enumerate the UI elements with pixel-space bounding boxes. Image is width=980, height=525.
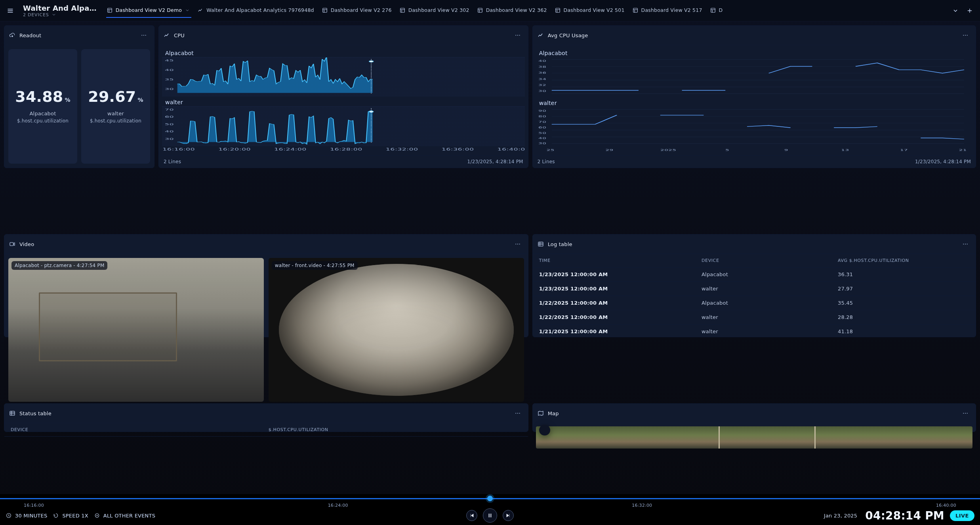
y-tick: 40 xyxy=(165,69,174,72)
timeline[interactable]: 16:16:0016:24:0016:32:0016:40:00 xyxy=(0,494,980,506)
y-tick: 45 xyxy=(165,59,174,62)
ellipsis-icon xyxy=(962,241,969,248)
y-tick: 70 xyxy=(538,120,546,123)
panel-menu-button[interactable] xyxy=(512,30,523,41)
cell-device: walter xyxy=(702,328,833,334)
device-count[interactable]: 2 DEVICES xyxy=(23,12,49,17)
chart-line-icon xyxy=(198,8,203,13)
cpu-chart-walter[interactable]: 70 60 50 40 30 xyxy=(162,106,525,146)
tab-v2-517[interactable]: Dashboard View V2 517 xyxy=(632,3,704,18)
cell-avg: 35.45 xyxy=(838,300,969,306)
panel-menu-button[interactable] xyxy=(960,30,971,41)
tab-dashboard-demo[interactable]: Dashboard View V2 Demo xyxy=(106,3,191,18)
cell-time: 1/21/2025 12:00:00 AM xyxy=(539,328,697,334)
map-view[interactable] xyxy=(536,426,972,449)
svg-rect-46 xyxy=(489,514,490,517)
timeline-thumb[interactable] xyxy=(487,496,493,501)
tab-v2-302[interactable]: Dashboard View V2 302 xyxy=(399,3,471,18)
col-device[interactable]: DEVICE xyxy=(702,258,833,263)
readout-panel: Readout 34.88% Alpacabot $.host.cpu.util… xyxy=(4,25,154,168)
panel-title: Readout xyxy=(19,32,41,38)
target-icon xyxy=(94,512,100,519)
panel-menu-button[interactable] xyxy=(960,408,971,419)
tab-v2-501[interactable]: Dashboard View V2 501 xyxy=(554,3,626,18)
prev-button[interactable] xyxy=(466,510,477,521)
live-button[interactable]: LIVE xyxy=(950,510,974,521)
panel-title: Map xyxy=(548,410,559,416)
menu-button[interactable] xyxy=(5,5,16,16)
panel-menu-button[interactable] xyxy=(512,239,523,250)
y-tick: 60 xyxy=(538,126,546,129)
tab-label: Dashboard View V2 517 xyxy=(641,7,702,13)
x-tick: 16:16:00 xyxy=(162,147,195,151)
table-row[interactable]: 1/22/2025 12:00:00 AM Alpacabot 35.45 xyxy=(533,296,976,310)
readout-device: Alpacabot xyxy=(30,111,56,116)
svg-point-30 xyxy=(517,244,518,244)
tab-v2-362[interactable]: Dashboard View V2 362 xyxy=(477,3,549,18)
x-tick: 9 xyxy=(784,149,788,152)
cpu-series-name: Alpacabot xyxy=(162,48,525,57)
readout-unit: % xyxy=(137,97,143,103)
tab-label: Dashboard View V2 501 xyxy=(564,7,625,13)
avg-chart-alpacabot[interactable]: 40 38 36 34 32 30 xyxy=(536,58,972,97)
col-avg[interactable]: AVG $.HOST.CPU.UTILIZATION xyxy=(838,258,969,263)
readout-value: 29.67 xyxy=(88,88,136,105)
x-axis: 2529202559131721 xyxy=(536,147,972,153)
cell-avg: 36.31 xyxy=(838,271,969,277)
panel-title: CPU xyxy=(174,32,185,38)
ellipsis-icon xyxy=(515,241,521,248)
svg-rect-4 xyxy=(555,8,560,12)
table-row[interactable]: 1/23/2025 12:00:00 AM walter 27.97 xyxy=(533,282,976,296)
next-button[interactable] xyxy=(503,510,514,521)
x-tick: 16:36:00 xyxy=(442,147,474,151)
avg-cpu-panel: Avg CPU Usage Alpacabot 40 38 36 34 32 3… xyxy=(532,25,976,168)
tab-label: Walter And Alpacabot Analytics 7976948d xyxy=(206,7,314,13)
x-tick: 29 xyxy=(605,149,613,152)
video-feed-right[interactable]: walter - front.video - 4:27:55 PM xyxy=(269,258,524,402)
table-row[interactable]: 1/22/2025 12:00:00 AM walter 28.28 xyxy=(533,310,976,325)
y-tick: 36 xyxy=(538,71,546,74)
x-tick: 5 xyxy=(725,149,729,152)
chart-line-icon xyxy=(164,32,170,38)
x-tick: 2025 xyxy=(660,149,676,152)
avg-series-name: Alpacabot xyxy=(536,48,972,57)
range-button[interactable]: 30 MINUTES xyxy=(6,512,47,519)
cell-device: Alpacabot xyxy=(702,300,833,306)
video-feed-left[interactable]: Alpacabot - ptz.camera - 4:27:54 PM xyxy=(8,258,264,402)
col-device[interactable]: DEVICE xyxy=(11,427,264,432)
plus-icon xyxy=(967,8,973,14)
x-tick: 16:20:00 xyxy=(218,147,251,151)
svg-rect-5 xyxy=(633,8,637,12)
events-filter-button[interactable]: ALL OTHER EVENTS xyxy=(94,512,155,519)
tab-v2-more[interactable]: D xyxy=(709,3,725,18)
svg-point-11 xyxy=(517,35,518,36)
panel-menu-button[interactable] xyxy=(138,30,149,41)
layout-icon xyxy=(107,8,112,13)
cpu-chart-alpacabot[interactable]: 45 40 35 30 xyxy=(162,57,525,97)
tabs-overflow-button[interactable] xyxy=(950,5,961,16)
y-tick: 34 xyxy=(538,77,546,80)
tab-v2-276[interactable]: Dashboard View V2 276 xyxy=(321,3,393,18)
panel-menu-button[interactable] xyxy=(960,239,971,250)
table-row[interactable]: 1/21/2025 12:00:00 AM walter 41.18 xyxy=(533,325,976,337)
add-view-button[interactable] xyxy=(964,5,975,16)
y-tick: 80 xyxy=(538,115,546,118)
table-icon xyxy=(9,410,15,416)
play-pause-button[interactable] xyxy=(483,508,497,523)
speed-button[interactable]: SPEED 1X xyxy=(53,512,88,519)
x-tick: 16:40:00 xyxy=(498,147,525,151)
y-tick: 70 xyxy=(165,108,174,111)
avg-chart-walter[interactable]: 90 80 70 60 50 40 30 xyxy=(536,108,972,147)
lines-count: 2 Lines xyxy=(538,159,555,164)
tab-analytics[interactable]: Walter And Alpacabot Analytics 7976948d xyxy=(197,3,316,18)
svg-point-42 xyxy=(967,413,968,414)
svg-rect-2 xyxy=(400,8,404,12)
map-bubble[interactable] xyxy=(539,425,550,435)
y-tick: 40 xyxy=(165,130,174,133)
panel-title: Status table xyxy=(19,410,51,416)
col-util[interactable]: $.HOST.CPU.UTILIZATION xyxy=(269,427,522,432)
table-row[interactable]: 1/23/2025 12:00:00 AM Alpacabot 36.31 xyxy=(533,267,976,282)
col-time[interactable]: TIME xyxy=(539,258,697,263)
x-tick: 21 xyxy=(959,149,967,152)
panel-menu-button[interactable] xyxy=(512,408,523,419)
